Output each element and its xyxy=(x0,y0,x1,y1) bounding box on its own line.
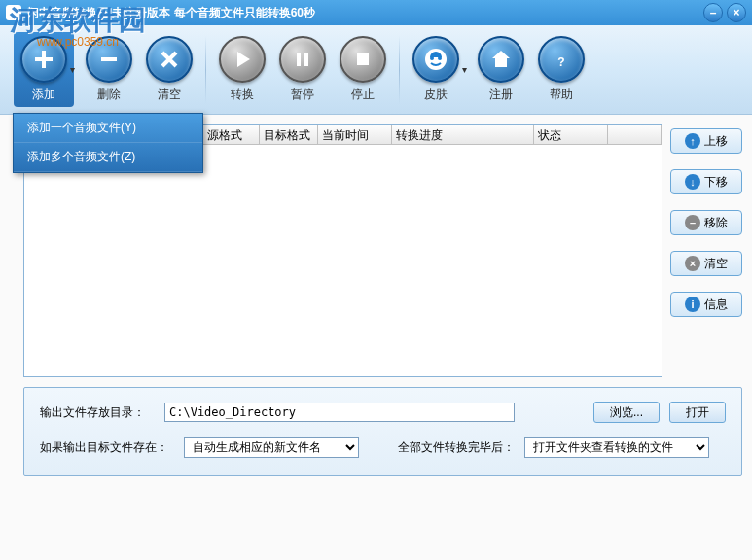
clear-side-button[interactable]: ×清空 xyxy=(670,251,742,276)
pause-icon xyxy=(291,48,314,71)
play-icon xyxy=(231,48,254,71)
help-button[interactable]: ? 帮助 xyxy=(531,32,591,107)
add-dropdown-arrow[interactable]: ▾ xyxy=(70,64,75,75)
window-title: 闪电音频转换王 未注册版本 每个音频文件只能转换60秒 xyxy=(27,5,699,21)
help-icon: ? xyxy=(550,48,573,71)
svg-rect-1 xyxy=(35,57,53,61)
info-button[interactable]: i信息 xyxy=(670,292,742,317)
side-buttons: ↑上移 ↓下移 –移除 ×清空 i信息 xyxy=(670,124,742,377)
after-select[interactable]: 打开文件夹查看转换的文件 xyxy=(524,437,709,458)
clear-button[interactable]: 清空 xyxy=(139,32,199,107)
plus-icon xyxy=(32,48,55,71)
col-tgtfmt[interactable]: 目标格式 xyxy=(260,125,318,144)
svg-text:?: ? xyxy=(557,55,564,69)
add-dropdown-menu: 添加一个音频文件(Y) 添加多个音频文件(Z) xyxy=(13,113,203,173)
add-button[interactable]: 添加 xyxy=(14,32,74,107)
pause-button[interactable]: 暂停 xyxy=(272,32,333,107)
minus-icon xyxy=(97,48,121,71)
toolbar-separator xyxy=(205,36,206,104)
add-single-file-item[interactable]: 添加一个音频文件(Y) xyxy=(14,114,202,143)
col-time[interactable]: 当前时间 xyxy=(318,125,392,144)
move-down-button[interactable]: ↓下移 xyxy=(670,169,742,194)
svg-rect-5 xyxy=(357,53,369,65)
skin-icon xyxy=(422,46,449,73)
remove-button[interactable]: –移除 xyxy=(670,210,742,235)
titlebar: 闪电音频转换王 未注册版本 每个音频文件只能转换60秒 – × xyxy=(0,0,752,25)
x-icon: × xyxy=(685,256,700,271)
up-icon: ↑ xyxy=(685,133,700,149)
toolbar-separator xyxy=(399,36,400,104)
x-icon xyxy=(158,48,181,71)
col-progress[interactable]: 转换进度 xyxy=(392,125,534,144)
svg-rect-2 xyxy=(101,57,117,61)
outdir-label: 输出文件存放目录： xyxy=(40,404,155,421)
convert-button[interactable]: 转换 xyxy=(212,32,272,107)
col-spacer xyxy=(608,125,662,144)
down-icon: ↓ xyxy=(685,174,700,190)
stop-icon xyxy=(351,48,375,71)
svg-rect-3 xyxy=(297,52,301,66)
exists-label: 如果输出目标文件存在： xyxy=(40,439,174,456)
svg-rect-4 xyxy=(304,52,308,66)
browse-button[interactable]: 浏览... xyxy=(593,402,660,423)
after-label: 全部文件转换完毕后： xyxy=(398,439,515,456)
skin-dropdown-arrow[interactable]: ▾ xyxy=(462,64,467,75)
minimize-button[interactable]: – xyxy=(703,3,723,22)
app-icon xyxy=(6,5,21,20)
close-button[interactable]: × xyxy=(727,3,746,22)
minus-icon: – xyxy=(685,215,700,230)
svg-point-7 xyxy=(430,56,434,60)
register-button[interactable]: 注册 xyxy=(471,32,531,107)
toolbar: 添加 ▾ 删除 清空 转换 暂停 停止 皮肤 ▾ 注册 ? 帮助 xyxy=(0,25,752,115)
add-multiple-files-item[interactable]: 添加多个音频文件(Z) xyxy=(14,143,202,172)
col-srcfmt[interactable]: 源格式 xyxy=(203,125,260,144)
bottom-panel: 输出文件存放目录： 浏览... 打开 如果输出目标文件存在： 自动生成相应的新文… xyxy=(23,387,742,476)
home-icon xyxy=(489,48,513,71)
skin-button[interactable]: 皮肤 xyxy=(406,32,466,107)
stop-button[interactable]: 停止 xyxy=(333,32,393,107)
delete-button[interactable]: 删除 xyxy=(79,32,139,107)
move-up-button[interactable]: ↑上移 xyxy=(670,128,742,154)
col-status[interactable]: 状态 xyxy=(534,125,608,144)
outdir-input[interactable] xyxy=(164,402,515,422)
open-button[interactable]: 打开 xyxy=(669,402,726,423)
info-icon: i xyxy=(685,297,700,312)
exists-select[interactable]: 自动生成相应的新文件名 xyxy=(184,437,359,458)
svg-point-8 xyxy=(438,56,442,60)
